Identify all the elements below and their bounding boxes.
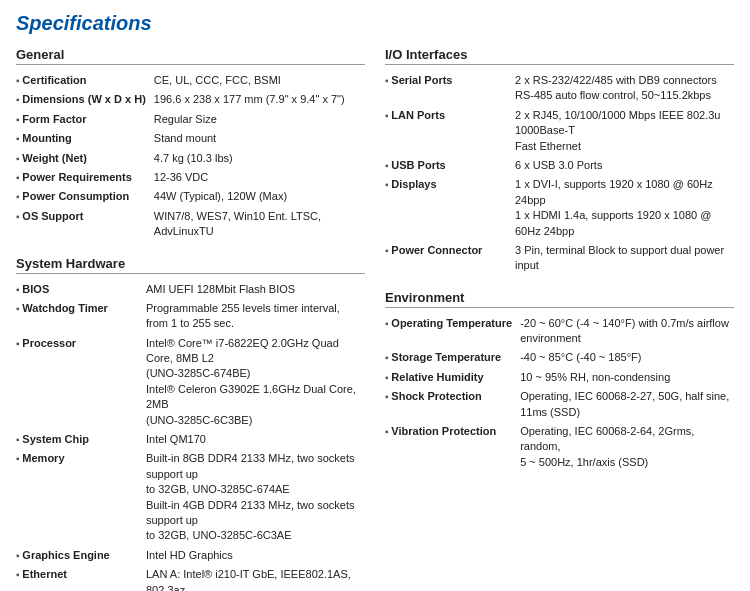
table-row: Serial Ports2 x RS-232/422/485 with DB9 …	[385, 71, 734, 106]
spec-label: Watchdog Timer	[16, 299, 146, 334]
spec-label: Memory	[16, 449, 146, 545]
spec-label: System Chip	[16, 430, 146, 449]
spec-label: LAN Ports	[385, 106, 515, 156]
spec-value: 196.6 x 238 x 177 mm (7.9" x 9.4" x 7")	[154, 90, 365, 109]
table-row: Form FactorRegular Size	[16, 110, 365, 129]
spec-label: Serial Ports	[385, 71, 515, 106]
table-row: BIOSAMI UEFI 128Mbit Flash BIOS	[16, 280, 365, 299]
spec-value: Operating, IEC 60068-2-64, 2Grms, random…	[520, 422, 734, 472]
spec-value: -40 ~ 85°C (-40 ~ 185°F)	[520, 348, 734, 367]
table-row: Relative Humidity10 ~ 95% RH, non-conden…	[385, 368, 734, 387]
spec-value: Built-in 8GB DDR4 2133 MHz, two sockets …	[146, 449, 365, 545]
table-row: Power Consumption44W (Typical), 120W (Ma…	[16, 187, 365, 206]
io-table: Serial Ports2 x RS-232/422/485 with DB9 …	[385, 71, 734, 276]
spec-value: Intel HD Graphics	[146, 546, 365, 565]
spec-value: Intel® Core™ i7-6822EQ 2.0GHz Quad Core,…	[146, 334, 365, 430]
table-row: ProcessorIntel® Core™ i7-6822EQ 2.0GHz Q…	[16, 334, 365, 430]
spec-value: Programmable 255 levels timer interval,f…	[146, 299, 365, 334]
spec-value: 1 x DVI-I, supports 1920 x 1080 @ 60Hz 2…	[515, 175, 734, 241]
right-column: I/O Interfaces Serial Ports2 x RS-232/42…	[385, 47, 734, 591]
table-row: Power Connector3 Pin, terminal Block to …	[385, 241, 734, 276]
table-row: Shock ProtectionOperating, IEC 60068-2-2…	[385, 387, 734, 422]
spec-label: Ethernet	[16, 565, 146, 591]
spec-label: Power Connector	[385, 241, 515, 276]
general-table: CertificationCE, UL, CCC, FCC, BSMIDimen…	[16, 71, 365, 242]
spec-label: Operating Temperature	[385, 314, 520, 349]
spec-value: 6 x USB 3.0 Ports	[515, 156, 734, 175]
spec-value: Intel QM170	[146, 430, 365, 449]
spec-label: Graphics Engine	[16, 546, 146, 565]
section-hardware-title: System Hardware	[16, 256, 365, 274]
table-row: USB Ports6 x USB 3.0 Ports	[385, 156, 734, 175]
spec-value: 10 ~ 95% RH, non-condensing	[520, 368, 734, 387]
section-io-title: I/O Interfaces	[385, 47, 734, 65]
table-row: Watchdog TimerProgrammable 255 levels ti…	[16, 299, 365, 334]
table-row: Weight (Net)4.7 kg (10.3 lbs)	[16, 149, 365, 168]
section-env-title: Environment	[385, 290, 734, 308]
spec-value: 3 Pin, terminal Block to support dual po…	[515, 241, 734, 276]
table-row: Displays1 x DVI-I, supports 1920 x 1080 …	[385, 175, 734, 241]
spec-value: WIN7/8, WES7, Win10 Ent. LTSC, AdvLinuxT…	[154, 207, 365, 242]
spec-label: Dimensions (W x D x H)	[16, 90, 154, 109]
spec-label: Vibration Protection	[385, 422, 520, 472]
spec-value: 2 x RJ45, 10/100/1000 Mbps IEEE 802.3u 1…	[515, 106, 734, 156]
table-row: Storage Temperature-40 ~ 85°C (-40 ~ 185…	[385, 348, 734, 367]
spec-value: 44W (Typical), 120W (Max)	[154, 187, 365, 206]
left-column: General CertificationCE, UL, CCC, FCC, B…	[16, 47, 365, 591]
spec-label: USB Ports	[385, 156, 515, 175]
table-row: LAN Ports2 x RJ45, 10/100/1000 Mbps IEEE…	[385, 106, 734, 156]
table-row: Dimensions (W x D x H)196.6 x 238 x 177 …	[16, 90, 365, 109]
table-row: Operating Temperature-20 ~ 60°C (-4 ~ 14…	[385, 314, 734, 349]
section-general-title: General	[16, 47, 365, 65]
spec-value: CE, UL, CCC, FCC, BSMI	[154, 71, 365, 90]
table-row: Power Requirements12-36 VDC	[16, 168, 365, 187]
spec-label: OS Support	[16, 207, 154, 242]
env-table: Operating Temperature-20 ~ 60°C (-4 ~ 14…	[385, 314, 734, 473]
spec-value: LAN A: Intel® i210-IT GbE, IEEE802.1AS, …	[146, 565, 365, 591]
spec-value: 4.7 kg (10.3 lbs)	[154, 149, 365, 168]
hardware-table: BIOSAMI UEFI 128Mbit Flash BIOSWatchdog …	[16, 280, 365, 591]
spec-label: Weight (Net)	[16, 149, 154, 168]
table-row: MountingStand mount	[16, 129, 365, 148]
table-row: Vibration ProtectionOperating, IEC 60068…	[385, 422, 734, 472]
spec-label: Mounting	[16, 129, 154, 148]
spec-label: Shock Protection	[385, 387, 520, 422]
spec-value: Stand mount	[154, 129, 365, 148]
spec-value: 2 x RS-232/422/485 with DB9 connectorsRS…	[515, 71, 734, 106]
spec-label: Power Requirements	[16, 168, 154, 187]
table-row: MemoryBuilt-in 8GB DDR4 2133 MHz, two so…	[16, 449, 365, 545]
spec-value: AMI UEFI 128Mbit Flash BIOS	[146, 280, 365, 299]
table-row: EthernetLAN A: Intel® i210-IT GbE, IEEE8…	[16, 565, 365, 591]
table-row: CertificationCE, UL, CCC, FCC, BSMI	[16, 71, 365, 90]
spec-label: Processor	[16, 334, 146, 430]
page-title: Specifications	[16, 12, 734, 35]
spec-value: Operating, IEC 60068-2-27, 50G, half sin…	[520, 387, 734, 422]
spec-label: Displays	[385, 175, 515, 241]
spec-label: Certification	[16, 71, 154, 90]
spec-label: Relative Humidity	[385, 368, 520, 387]
table-row: OS SupportWIN7/8, WES7, Win10 Ent. LTSC,…	[16, 207, 365, 242]
table-row: System ChipIntel QM170	[16, 430, 365, 449]
spec-label: Storage Temperature	[385, 348, 520, 367]
table-row: Graphics EngineIntel HD Graphics	[16, 546, 365, 565]
spec-label: BIOS	[16, 280, 146, 299]
spec-value: Regular Size	[154, 110, 365, 129]
spec-value: -20 ~ 60°C (-4 ~ 140°F) with 0.7m/s airf…	[520, 314, 734, 349]
spec-label: Power Consumption	[16, 187, 154, 206]
spec-label: Form Factor	[16, 110, 154, 129]
spec-value: 12-36 VDC	[154, 168, 365, 187]
